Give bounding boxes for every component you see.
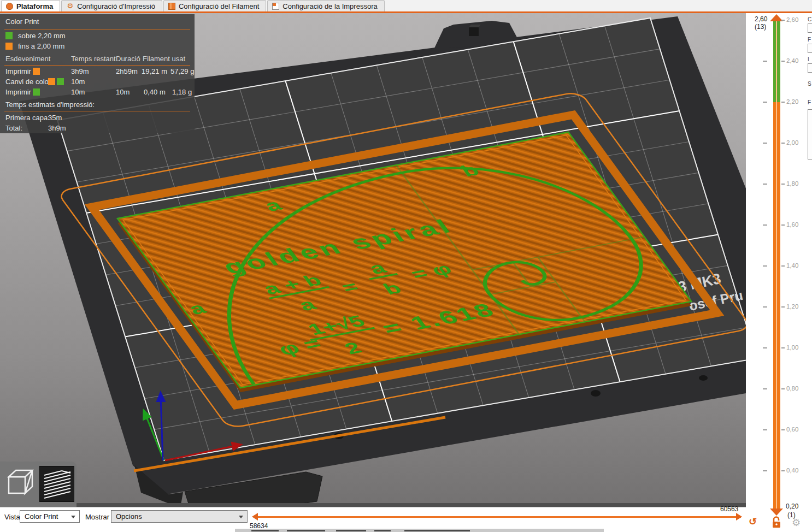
plater-icon xyxy=(6,3,13,10)
panel-title: Color Print xyxy=(5,17,39,26)
row-event: Canvi de color xyxy=(5,78,51,86)
tab-bar: Plataforma ⚙ Configuració d'Impressió Co… xyxy=(0,0,812,11)
col-header-duracio: Duració xyxy=(116,55,140,63)
col-header-temps-restant: Temps restant xyxy=(71,55,116,63)
vista-value: Color Print xyxy=(25,512,58,521)
col-header-esdeveniment: Esdeveniment xyxy=(5,55,50,63)
slider-center-stripe xyxy=(776,20,777,512)
row-pes: 57,29 g xyxy=(170,67,194,75)
row-filament: 0,40 m xyxy=(144,88,166,96)
cube-icon xyxy=(9,470,32,493)
row-temps-restant: 3h9m xyxy=(71,67,89,75)
row-duracio: 10m xyxy=(116,88,130,96)
tab-label: Configuració d'Impressió xyxy=(77,2,155,10)
mostrar-select[interactable]: Opcions xyxy=(111,510,248,523)
view-mode-buttons xyxy=(0,462,77,507)
mostrar-value: Opcions xyxy=(116,512,142,521)
right-panel-fragment-label: C xyxy=(808,16,812,22)
row-duracio: 2h59m xyxy=(116,67,138,75)
status-strip xyxy=(235,529,604,532)
right-panel-fragment-label: I xyxy=(808,56,812,62)
view-preview-button[interactable] xyxy=(39,466,74,502)
panel-divider xyxy=(4,111,190,111)
row-color-swatch xyxy=(48,78,55,85)
print-settings-gear-icon: ⚙ xyxy=(66,2,74,10)
right-panel-fragment-field[interactable] xyxy=(808,63,812,73)
panel-divider xyxy=(4,29,190,29)
estimate-value: 35m xyxy=(48,114,62,122)
right-panel-fragment-field[interactable] xyxy=(808,23,812,33)
slider-bottom-value: 0,20 xyxy=(786,503,798,510)
hslider-right-value: 60563 xyxy=(720,505,738,513)
col-header-filament-usat: Filament usat xyxy=(143,55,185,63)
horizontal-move-slider[interactable] xyxy=(257,516,741,518)
vista-select[interactable]: Color Print xyxy=(20,510,80,523)
gear-icon[interactable]: ⚙ xyxy=(792,517,801,529)
printer-icon xyxy=(272,3,279,10)
prusaslicer-window: Plataforma ⚙ Configuració d'Impressió Co… xyxy=(0,0,812,532)
viewport-bottom-edge xyxy=(0,503,746,507)
layer-slider-lower-thumb[interactable] xyxy=(770,509,783,516)
color-print-panel: Color Print sobre 2,20 mm fins a 2,00 mm… xyxy=(0,14,195,133)
legend-swatch-green xyxy=(5,32,13,39)
row-color-swatch xyxy=(33,68,40,75)
tab-label: Plataforma xyxy=(16,2,53,10)
filament-icon xyxy=(168,3,175,10)
lock-open-icon[interactable] xyxy=(772,516,781,528)
row-filament: 19,21 m xyxy=(142,67,167,75)
view-3d-button[interactable] xyxy=(4,466,35,500)
right-panel-fragment-field[interactable] xyxy=(808,44,812,53)
right-panel-fragment-label: S xyxy=(808,81,812,87)
viewport-3d[interactable]: 3 MK3 osef Pru xyxy=(0,13,746,507)
right-panel-fragment-list[interactable] xyxy=(808,109,812,159)
row-pes: 1,18 g xyxy=(172,88,192,96)
slider-left-arrow[interactable] xyxy=(252,513,258,521)
bed-screw-hole xyxy=(591,390,601,397)
layer-slider-strip: 2,60 (13) 2,602,402,202,001,801,601,401,… xyxy=(746,13,812,532)
slider-top-value: 2,60 xyxy=(755,15,767,23)
row-temps-restant: 10m xyxy=(71,88,85,96)
right-panel-fragment-label: F xyxy=(808,99,812,105)
row-event: Imprimir xyxy=(5,67,31,75)
row-color-swatch xyxy=(33,88,40,96)
legend-swatch-orange xyxy=(5,43,13,50)
estimates-title: Temps estimats d'impressió: xyxy=(5,101,95,109)
row-event: Imprimir xyxy=(5,88,31,96)
tab-plataforma[interactable]: Plataforma xyxy=(1,0,60,11)
row-temps-restant: 10m xyxy=(71,78,85,86)
legend-label: fins a 2,00 mm xyxy=(18,42,64,50)
bed-screw-hole xyxy=(699,375,708,381)
layer-slider-track[interactable] xyxy=(773,20,780,512)
bottom-bar: Vista Color Print Mostrar Opcions 58634 … xyxy=(0,507,746,532)
tab-configuracio-impressio[interactable]: ⚙ Configuració d'Impressió xyxy=(61,0,162,11)
chevron-down-icon xyxy=(71,516,75,518)
right-panel-fragment-label: F xyxy=(808,37,812,43)
mostrar-label: Mostrar xyxy=(85,513,109,521)
estimate-label: Primera capa: xyxy=(5,114,50,122)
chevron-down-icon xyxy=(239,516,243,518)
undo-icon[interactable]: ↺ xyxy=(749,516,757,528)
vista-label: Vista xyxy=(4,513,20,521)
tab-label: Configuració del Filament xyxy=(179,2,259,10)
estimate-label: Total: xyxy=(5,124,22,132)
estimate-value: 3h9m xyxy=(48,124,66,132)
layers-icon xyxy=(44,471,70,498)
legend-label: sobre 2,20 mm xyxy=(18,32,66,40)
tab-configuracio-impressora[interactable]: Configuració de la Impressora xyxy=(267,0,384,11)
slider-right-arrow[interactable] xyxy=(736,513,742,521)
panel-divider xyxy=(4,65,190,66)
slider-top-layer-count: (13) xyxy=(755,23,766,31)
tab-configuracio-filament[interactable]: Configuració del Filament xyxy=(163,0,266,11)
row-color-swatch xyxy=(57,78,64,85)
tab-label: Configuració de la Impressora xyxy=(283,2,377,10)
